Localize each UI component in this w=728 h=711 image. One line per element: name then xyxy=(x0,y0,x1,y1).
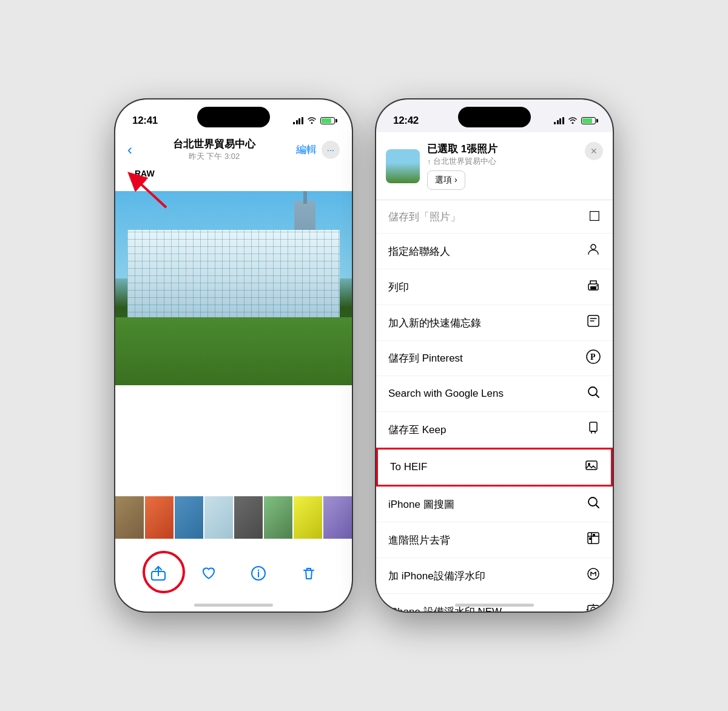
main-building xyxy=(127,230,340,327)
menu-item-label-2: 加入新的快速備忘錄 xyxy=(388,316,481,330)
menu-item-4[interactable]: Search with Google Lens xyxy=(376,376,613,412)
wifi-icon xyxy=(307,116,317,126)
battery-icon-right xyxy=(581,117,596,124)
menu-item-3[interactable]: 儲存到 Pinterest P xyxy=(376,341,613,376)
svg-rect-19 xyxy=(589,537,592,540)
menu-item-6[interactable]: iPhone 圖搜圖 xyxy=(376,487,613,522)
menu-item-0[interactable]: 指定給聯絡人 xyxy=(376,234,613,269)
svg-text:P: P xyxy=(590,352,596,362)
svg-rect-20 xyxy=(593,534,595,536)
dynamic-island xyxy=(197,107,270,127)
status-icons-right xyxy=(554,115,596,126)
menu-item-truncated-top[interactable]: 儲存到「照片」 ☐ xyxy=(376,200,613,234)
menu-item-1[interactable]: 列印 xyxy=(376,269,613,305)
dynamic-island-right xyxy=(458,107,531,127)
menu-item-label-5: 儲存至 Keep xyxy=(388,423,446,437)
info-button[interactable] xyxy=(251,565,266,581)
bottom-toolbar xyxy=(115,559,352,587)
menu-item-2[interactable]: 加入新的快速備忘錄 xyxy=(376,305,613,341)
menu-item-icon-2 xyxy=(586,314,601,332)
share-location: ↑ 台北世界貿易中心 xyxy=(427,156,603,167)
remove-bg-icon xyxy=(586,531,601,549)
thumbnail-1[interactable] xyxy=(115,496,144,539)
menu-item-label-3: 儲存到 Pinterest xyxy=(388,351,463,365)
svg-point-6 xyxy=(591,244,596,249)
location-text: 台北世界貿易中心 xyxy=(433,156,496,167)
thumbnail-5[interactable] xyxy=(234,496,263,539)
share-sheet: 已選取 1張照片 ↑ 台北世界貿易中心 選項 › ✕ 儲存到「照片」 ☐ xyxy=(376,132,613,612)
menu-item-icon-truncated: ☐ xyxy=(588,209,601,224)
left-screen: 12:41 ‹ 台北世界貿易中心 xyxy=(115,99,352,612)
menu-item-label-6: iPhone 圖搜圖 xyxy=(388,497,454,511)
close-button[interactable]: ✕ xyxy=(585,142,603,160)
svg-point-9 xyxy=(596,285,598,286)
more-button[interactable]: ··· xyxy=(322,141,340,159)
thumbnail-strip xyxy=(115,496,352,539)
home-indicator-right xyxy=(455,604,534,607)
edit-button[interactable]: 編輯 xyxy=(296,143,317,157)
heart-button[interactable] xyxy=(201,565,217,581)
building-grid xyxy=(127,230,340,327)
watermark-new-icon xyxy=(586,602,601,612)
right-phone: 12:42 xyxy=(376,99,613,612)
menu-item-7[interactable]: 進階照片去背 xyxy=(376,522,613,558)
raw-label: RAW xyxy=(125,166,164,181)
photo-below-space xyxy=(115,385,352,507)
thumbnail-2[interactable] xyxy=(145,496,174,539)
options-label: 選項 › xyxy=(435,175,457,186)
menu-item-8[interactable]: 加 iPhone設備浮水印 xyxy=(376,558,613,594)
google-lens-label: Search with Google Lens xyxy=(388,388,504,400)
left-phone: 12:41 ‹ 台北世界貿易中心 xyxy=(115,99,352,612)
svg-point-5 xyxy=(258,570,259,571)
trees xyxy=(115,317,352,385)
nav-bar-left: ‹ 台北世界貿易中心 昨天 下午 3:02 編輯 ··· xyxy=(115,132,352,167)
right-screen: 12:42 xyxy=(376,99,613,612)
photo-date: 昨天 下午 3:02 xyxy=(173,151,255,162)
menu-item-label-1: 列印 xyxy=(388,280,409,294)
nav-title-left: 台北世界貿易中心 昨天 下午 3:02 xyxy=(173,137,255,162)
wifi-icon-right xyxy=(568,115,578,126)
share-info: 已選取 1張照片 ↑ 台北世界貿易中心 選項 › xyxy=(427,142,603,190)
svg-rect-14 xyxy=(590,422,597,431)
nav-right: 編輯 ··· xyxy=(296,141,340,159)
menu-item-to-heif[interactable]: To HEIF xyxy=(376,448,613,487)
to-heif-label: To HEIF xyxy=(390,461,427,473)
menu-item-label-7: 進階照片去背 xyxy=(388,533,450,547)
signal-icon-right xyxy=(554,117,564,124)
status-icons-left xyxy=(293,116,335,126)
google-lens-icon xyxy=(586,385,601,403)
building-scene xyxy=(115,191,352,385)
pinterest-icon: P xyxy=(586,349,601,367)
svg-rect-8 xyxy=(590,286,596,289)
keep-icon xyxy=(586,420,601,439)
thumbnail-3[interactable] xyxy=(175,496,203,539)
options-button[interactable]: 選項 › xyxy=(427,170,465,190)
menu-item-9[interactable]: iPhone 設備浮水印 NEW xyxy=(376,594,613,612)
thumbnail-7[interactable] xyxy=(294,496,322,539)
visual-search-icon xyxy=(586,495,601,513)
share-header: 已選取 1張照片 ↑ 台北世界貿易中心 選項 › ✕ xyxy=(376,132,613,200)
back-button[interactable]: ‹ xyxy=(127,141,132,158)
heif-icon xyxy=(584,458,599,476)
thumbnail-6[interactable] xyxy=(264,496,292,539)
menu-item-5[interactable]: 儲存至 Keep xyxy=(376,412,613,448)
main-photo xyxy=(115,191,352,385)
menu-list: 儲存到「照片」 ☐ 指定給聯絡人 列印 加入新的快速備忘錄 xyxy=(376,200,613,612)
status-time-right: 12:42 xyxy=(393,115,419,127)
svg-point-23 xyxy=(591,607,596,612)
menu-item-icon-1 xyxy=(586,278,601,296)
menu-item-label-truncated: 儲存到「照片」 xyxy=(388,210,460,224)
menu-item-label-8: 加 iPhone設備浮水印 xyxy=(388,569,485,583)
location-arrow-icon: ↑ xyxy=(427,157,431,166)
trash-button[interactable] xyxy=(301,565,317,581)
share-button[interactable] xyxy=(150,565,166,581)
thumbnail-8[interactable] xyxy=(323,496,352,539)
watermark-icon xyxy=(586,567,601,585)
menu-item-icon-0 xyxy=(586,242,601,260)
svg-rect-22 xyxy=(588,605,599,612)
share-thumbnail xyxy=(386,149,420,183)
home-indicator-left xyxy=(194,604,273,607)
photo-title: 台北世界貿易中心 xyxy=(173,137,255,151)
thumbnail-4[interactable] xyxy=(204,496,233,539)
signal-icon xyxy=(293,117,303,124)
